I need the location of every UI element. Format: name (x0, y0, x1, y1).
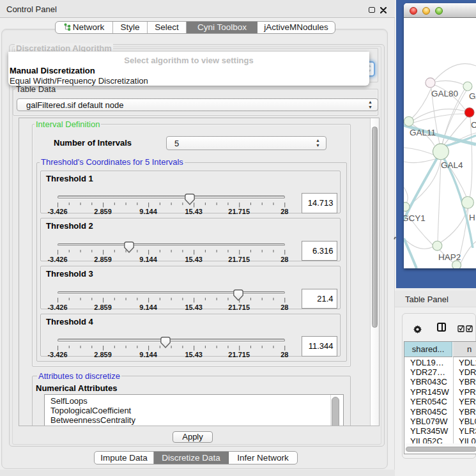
svg-text:GAL4: GAL4 (441, 160, 463, 170)
svg-text:GA: GA (469, 91, 476, 101)
svg-text:GAL11: GAL11 (410, 128, 436, 137)
svg-text:H: H (469, 213, 475, 222)
svg-text:GAL80: GAL80 (431, 89, 458, 98)
svg-text:HAP2: HAP2 (438, 252, 461, 262)
svg-text:C: C (471, 120, 476, 130)
svg-text:GCY1: GCY1 (404, 213, 426, 223)
